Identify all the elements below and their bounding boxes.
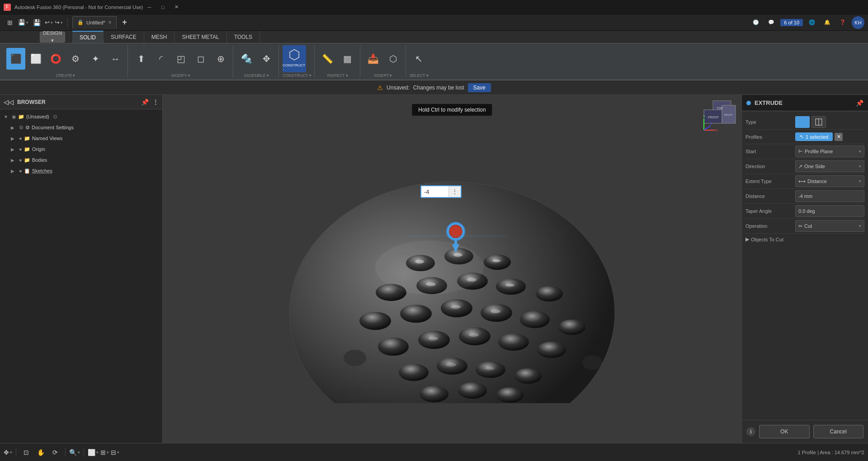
fillet-tool[interactable]: ◜ xyxy=(151,48,170,70)
new-tab-btn[interactable]: + xyxy=(118,16,131,29)
profiles-selected-badge[interactable]: ↖ 1 selected xyxy=(795,132,833,141)
maximize-btn[interactable]: □ xyxy=(156,3,169,12)
save-btn[interactable]: 💾 xyxy=(30,16,43,29)
grid-menu-icon[interactable]: ⊞ xyxy=(4,16,16,29)
tab-close-btn[interactable]: ✕ xyxy=(108,20,112,25)
tree-expand-bodies[interactable]: ▶ xyxy=(11,158,17,163)
browser-pin-icon[interactable]: 📌 xyxy=(141,99,149,106)
browser-back-icon[interactable]: ◁◁ xyxy=(4,99,14,106)
info-icon[interactable]: ℹ xyxy=(746,427,755,436)
user-avatar[interactable]: KH xyxy=(852,16,864,29)
revolve-tool[interactable]: ⭕ xyxy=(46,48,65,70)
create-label[interactable]: CREATE ▾ xyxy=(6,72,125,78)
select-tool[interactable]: ↖ xyxy=(410,48,429,70)
help-icon[interactable]: ❓ xyxy=(836,16,849,29)
new-component-tool[interactable]: ⬛ xyxy=(6,48,25,70)
extrude-tool[interactable]: ⬜ xyxy=(26,48,45,70)
clock-icon[interactable]: 🕐 xyxy=(750,16,762,29)
close-btn[interactable]: ✕ xyxy=(170,3,183,12)
tree-vis-origin[interactable]: ● xyxy=(19,146,22,152)
viewport-dropdown[interactable]: ⊟ ▾ xyxy=(111,449,119,456)
tree-expand-unsaved[interactable]: ▼ xyxy=(4,114,10,119)
tree-item-named-views[interactable]: ▶ ● 📁 Named Views xyxy=(0,133,162,144)
start-dropdown[interactable]: ⊢ Profile Plane ▾ xyxy=(795,146,864,157)
operation-dropdown[interactable]: ✂ Cut ▾ xyxy=(795,220,864,232)
tab-mesh[interactable]: MESH xyxy=(144,31,175,43)
tree-expand-views[interactable]: ▶ xyxy=(11,136,17,141)
type-btn-2[interactable] xyxy=(811,116,826,128)
redo-menu[interactable]: ↪▾ xyxy=(55,19,63,26)
insert-mesh-tool[interactable]: ⬡ xyxy=(384,48,403,70)
insert-derive-tool[interactable]: 📥 xyxy=(364,48,383,70)
insert-label[interactable]: INSERT ▾ xyxy=(364,72,403,78)
distance-input-field[interactable] xyxy=(421,187,448,197)
tab-surface[interactable]: SURFACE xyxy=(104,31,144,43)
loft-tool[interactable]: ✦ xyxy=(86,48,105,70)
tree-vis-sketches[interactable]: ● xyxy=(19,168,22,174)
tree-vis-unsaved[interactable]: ◉ xyxy=(12,114,16,120)
active-tab[interactable]: 🔒 Untitled* ✕ xyxy=(72,16,117,29)
snap-dropdown[interactable]: ✥ ▾ xyxy=(4,449,12,456)
inspect-label[interactable]: INSPECT ▾ xyxy=(318,72,357,78)
assemble-label[interactable]: ASSEMBLE ▾ xyxy=(237,72,276,78)
globe-icon[interactable]: 🌐 xyxy=(806,16,818,29)
minimize-btn[interactable]: ─ xyxy=(143,3,156,12)
tree-vis-views[interactable]: ● xyxy=(19,136,22,141)
direction-dropdown[interactable]: ↗ One Side ▾ xyxy=(795,160,864,172)
tree-expand-origin[interactable]: ▶ xyxy=(11,147,17,152)
select-label[interactable]: SELECT ▾ xyxy=(410,72,429,78)
profiles-clear-btn[interactable]: ✕ xyxy=(835,133,843,141)
move-tool[interactable]: ✥ xyxy=(257,48,276,70)
viewport[interactable]: Hold Ctrl to modify selection ⋮ TOP FRON… xyxy=(163,95,741,443)
pan-icon[interactable]: ✋ xyxy=(34,446,47,459)
tab-solid[interactable]: SOLID xyxy=(72,31,104,43)
objects-to-cut-section[interactable]: ▶ Objects To Cut xyxy=(745,234,864,243)
measure-tool[interactable]: 📏 xyxy=(318,48,337,70)
display-dropdown[interactable]: ⬜ ▾ xyxy=(88,449,99,456)
distance-input-overlay[interactable]: ⋮ xyxy=(420,185,462,198)
ok-button[interactable]: OK xyxy=(759,425,810,438)
tree-item-origin[interactable]: ▶ ● 📁 Origin xyxy=(0,144,162,155)
cancel-button[interactable]: Cancel xyxy=(813,425,864,438)
view-cube[interactable]: TOP FRONT RIGHT X Y Z xyxy=(702,99,738,135)
tree-item-sketches[interactable]: ▶ ● 📋 Sketches xyxy=(0,165,162,176)
tree-expand-doc[interactable]: ▶ xyxy=(11,125,17,130)
bell-icon[interactable]: 🔔 xyxy=(821,16,834,29)
mirror-tool[interactable]: ↔ xyxy=(106,48,125,70)
shell-tool[interactable]: ◻ xyxy=(191,48,210,70)
design-menu-btn[interactable]: DESIGN ▾ xyxy=(40,32,65,42)
version-badge[interactable]: 6 of 10 xyxy=(780,19,803,26)
save-button[interactable]: Save xyxy=(468,83,491,92)
tree-expand-sketches[interactable]: ▶ xyxy=(11,169,17,174)
tree-vis-doc[interactable]: ⚙ xyxy=(19,125,24,131)
grid-dropdown[interactable]: ⊞ ▾ xyxy=(100,449,109,456)
undo-menu[interactable]: ↩▾ xyxy=(45,19,53,26)
distance-input[interactable] xyxy=(795,190,864,202)
browser-more-icon[interactable]: ⋮ xyxy=(152,99,159,106)
extent-type-dropdown[interactable]: ⟷ Distance ▾ xyxy=(795,175,864,187)
look-at-icon[interactable]: ⊡ xyxy=(20,446,33,459)
zebra-tool[interactable]: ▦ xyxy=(338,48,357,70)
zoom-dropdown[interactable]: 🔍 ▾ xyxy=(69,449,80,456)
chat-icon[interactable]: 💬 xyxy=(765,16,778,29)
type-btn-1[interactable] xyxy=(795,116,810,128)
tab-tools[interactable]: TOOLS xyxy=(227,31,260,43)
tree-vis-bodies[interactable]: ● xyxy=(19,157,22,163)
input-more-btn[interactable]: ⋮ xyxy=(448,186,461,197)
file-menu[interactable]: 💾▾ xyxy=(18,19,28,26)
construct-plane-tool[interactable]: ⬡ CONSTRUCT - xyxy=(283,45,306,72)
press-pull-tool[interactable]: ⬆ xyxy=(132,48,151,70)
modify-label[interactable]: MODIFY ▾ xyxy=(132,72,230,78)
tree-item-doc-settings[interactable]: ▶ ⚙ ⚙ Document Settings xyxy=(0,122,162,133)
panel-pin-btn[interactable]: 📌 xyxy=(856,99,863,107)
taper-input[interactable] xyxy=(795,205,864,217)
orbit-icon[interactable]: ⟳ xyxy=(49,446,61,459)
tree-item-bodies[interactable]: ▶ ● 📁 Bodies xyxy=(0,155,162,165)
combine-tool[interactable]: ⊕ xyxy=(211,48,230,70)
sweep-tool[interactable]: ⚙ xyxy=(66,48,85,70)
joint-tool[interactable]: 🔩 xyxy=(237,48,256,70)
chamfer-tool[interactable]: ◰ xyxy=(171,48,190,70)
tree-item-unsaved[interactable]: ▼ ◉ 📁 (Unsaved) ⊙ xyxy=(0,111,162,122)
tab-sheet-metal[interactable]: SHEET METAL xyxy=(175,31,226,43)
construct-label[interactable]: CONSTRUCT ▾ xyxy=(283,72,311,78)
